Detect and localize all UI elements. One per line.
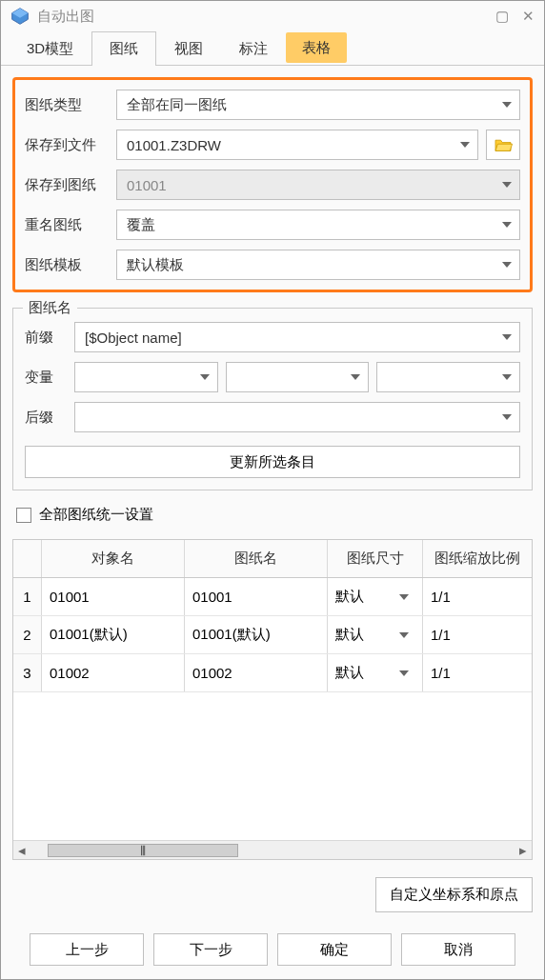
th-scale[interactable]: 图纸缩放比例 — [423, 540, 532, 577]
label-template: 图纸模板 — [25, 256, 109, 274]
cell-scale[interactable]: 1/1 — [423, 578, 532, 615]
check-all-row: 全部图纸统一设置 — [16, 506, 529, 524]
sheet-table: 对象名 图纸名 图纸尺寸 图纸缩放比例 1 01001 01001 默认 1/1… — [12, 539, 533, 860]
scroll-track[interactable]: ⦀ — [30, 843, 515, 858]
coord-button[interactable]: 自定义坐标系和原点 — [375, 877, 533, 912]
cell-size-value: 默认 — [335, 664, 364, 682]
dropdown-save-file[interactable]: 01001.Z3DRW — [116, 130, 478, 160]
label-variable: 变量 — [25, 369, 67, 387]
dialog-window: 自动出图 ▢ ✕ 3D模型 图纸 视图 标注 表格 图纸类型 全部在同一图纸 保… — [0, 0, 545, 980]
tab-annotation[interactable]: 标注 — [221, 31, 286, 66]
footer: 上一步 下一步 确定 取消 — [1, 924, 544, 979]
cell-size-value: 默认 — [335, 626, 364, 644]
dropdown-template-value: 默认模板 — [127, 256, 184, 274]
cell-object[interactable]: 01001 — [42, 578, 185, 615]
cell-scale[interactable]: 1/1 — [423, 616, 532, 653]
dropdown-rename[interactable]: 覆盖 — [116, 210, 520, 240]
cell-name[interactable]: 01001 — [185, 578, 328, 615]
sheet-name-group: 图纸名 前缀 [$Object name] 变量 后缀 更新所选条目 — [12, 308, 533, 490]
checkbox-unified-label: 全部图纸统一设置 — [39, 506, 153, 524]
group-title: 图纸名 — [23, 299, 77, 317]
next-button[interactable]: 下一步 — [153, 933, 268, 966]
scroll-right-icon[interactable]: ▸ — [515, 842, 532, 859]
cell-size[interactable]: 默认 — [328, 578, 423, 615]
cell-index: 1 — [13, 578, 42, 615]
caret-icon — [399, 594, 409, 600]
dropdown-var1[interactable] — [74, 362, 218, 392]
caret-icon — [502, 262, 512, 268]
window-title: 自动出图 — [37, 8, 488, 26]
cell-object[interactable]: 01001(默认) — [42, 616, 185, 653]
cell-object[interactable]: 01002 — [42, 654, 185, 691]
update-button[interactable]: 更新所选条目 — [25, 446, 520, 478]
label-rename: 重名图纸 — [25, 216, 109, 234]
dropdown-sheet-type-value: 全部在同一图纸 — [127, 96, 227, 114]
tab-3dmodel[interactable]: 3D模型 — [9, 31, 91, 66]
label-prefix: 前缀 — [25, 329, 67, 347]
prev-button[interactable]: 上一步 — [30, 933, 144, 966]
cell-index: 3 — [13, 654, 42, 691]
dropdown-sheet-type[interactable]: 全部在同一图纸 — [116, 90, 520, 120]
horizontal-scrollbar[interactable]: ◂ ⦀ ▸ — [13, 840, 532, 859]
dropdown-prefix[interactable]: [$Object name] — [74, 322, 520, 352]
dropdown-prefix-value: [$Object name] — [85, 330, 182, 346]
label-suffix: 后缀 — [25, 409, 67, 427]
label-save-sheet: 保存到图纸 — [25, 176, 109, 194]
label-sheet-type: 图纸类型 — [25, 96, 109, 114]
tab-table[interactable]: 表格 — [286, 32, 347, 63]
th-size[interactable]: 图纸尺寸 — [328, 540, 423, 577]
caret-icon — [502, 374, 512, 380]
cell-index: 2 — [13, 616, 42, 653]
tab-sheet[interactable]: 图纸 — [91, 31, 156, 66]
dropdown-template[interactable]: 默认模板 — [116, 250, 520, 280]
th-index — [13, 540, 42, 577]
dropdown-save-file-value: 01001.Z3DRW — [127, 137, 221, 153]
dropdown-rename-value: 覆盖 — [127, 216, 155, 234]
cell-name[interactable]: 01002 — [185, 654, 328, 691]
caret-icon — [399, 670, 409, 676]
content-area: 图纸类型 全部在同一图纸 保存到文件 01001.Z3DRW 保存到图纸 010… — [1, 66, 544, 924]
dropdown-var2[interactable] — [226, 362, 370, 392]
tab-bar: 3D模型 图纸 视图 标注 表格 — [1, 31, 544, 66]
caret-icon — [502, 102, 512, 108]
sheet-settings-box: 图纸类型 全部在同一图纸 保存到文件 01001.Z3DRW 保存到图纸 010… — [12, 77, 533, 292]
table-row[interactable]: 2 01001(默认) 01001(默认) 默认 1/1 — [13, 616, 532, 654]
cell-name[interactable]: 01001(默认) — [185, 616, 328, 653]
cell-scale[interactable]: 1/1 — [423, 654, 532, 691]
caret-icon — [200, 374, 210, 380]
caret-icon — [460, 142, 470, 148]
cell-size[interactable]: 默认 — [328, 616, 423, 653]
table-row[interactable]: 3 01002 01002 默认 1/1 — [13, 654, 532, 692]
scroll-left-icon[interactable]: ◂ — [13, 842, 30, 859]
ok-button[interactable]: 确定 — [277, 933, 392, 966]
help-icon[interactable]: ▢ — [495, 8, 509, 25]
folder-icon — [494, 137, 513, 152]
caret-icon — [351, 374, 360, 380]
dropdown-var3[interactable] — [376, 362, 520, 392]
dropdown-suffix[interactable] — [74, 402, 520, 432]
caret-icon — [399, 632, 409, 638]
table-row[interactable]: 1 01001 01001 默认 1/1 — [13, 578, 532, 616]
table-header: 对象名 图纸名 图纸尺寸 图纸缩放比例 — [13, 540, 532, 578]
table-body: 1 01001 01001 默认 1/1 2 01001(默认) 01001(默… — [13, 578, 532, 840]
checkbox-unified[interactable] — [16, 508, 31, 523]
cell-size[interactable]: 默认 — [328, 654, 423, 691]
tab-view[interactable]: 视图 — [156, 31, 221, 66]
th-object[interactable]: 对象名 — [42, 540, 185, 577]
titlebar: 自动出图 ▢ ✕ — [1, 1, 544, 31]
caret-icon — [502, 414, 512, 420]
app-icon — [10, 7, 30, 26]
close-icon[interactable]: ✕ — [522, 8, 535, 25]
caret-icon — [502, 334, 512, 340]
dropdown-save-sheet-value: 01001 — [127, 177, 167, 193]
cell-size-value: 默认 — [335, 588, 364, 606]
browse-button[interactable] — [486, 130, 520, 160]
dropdown-save-sheet: 01001 — [116, 170, 520, 200]
scroll-thumb[interactable]: ⦀ — [48, 844, 238, 857]
label-save-file: 保存到文件 — [25, 136, 109, 154]
coord-button-row: 自定义坐标系和原点 — [12, 877, 533, 912]
th-sheetname[interactable]: 图纸名 — [185, 540, 328, 577]
cancel-button[interactable]: 取消 — [401, 933, 515, 966]
caret-icon — [502, 222, 512, 228]
caret-icon — [502, 182, 512, 188]
